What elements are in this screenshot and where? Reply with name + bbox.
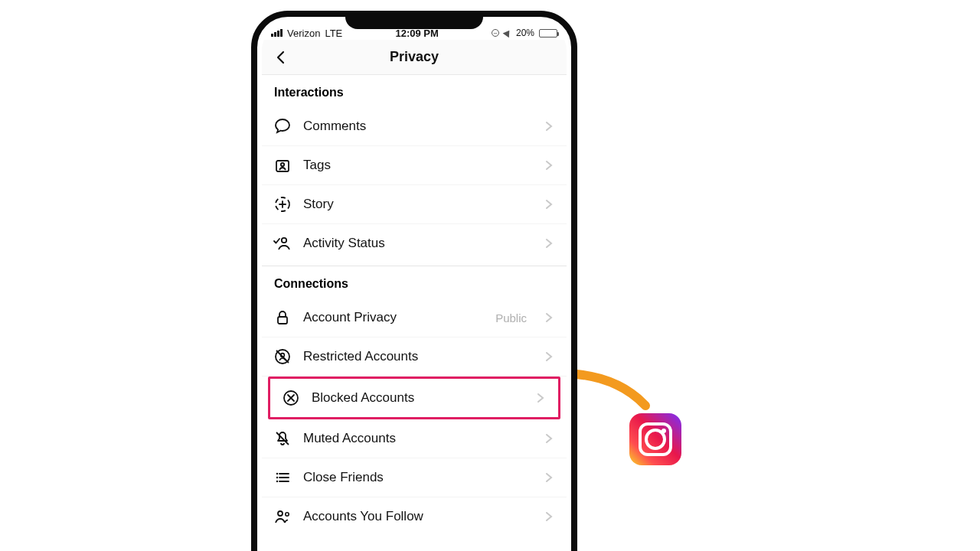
chevron-right-icon bbox=[542, 119, 556, 133]
chevron-right-icon bbox=[542, 471, 556, 484]
row-label: Activity Status bbox=[303, 236, 531, 251]
section-header-connections: Connections bbox=[262, 266, 567, 298]
phone-notch bbox=[345, 17, 483, 29]
row-label: Muted Accounts bbox=[303, 431, 531, 446]
tags-icon bbox=[273, 155, 292, 175]
close-friends-icon bbox=[273, 468, 292, 487]
row-label: Tags bbox=[303, 158, 531, 173]
svg-point-12 bbox=[286, 513, 289, 516]
network-label: LTE bbox=[325, 28, 342, 39]
row-label: Account Privacy bbox=[303, 310, 485, 325]
svg-point-1 bbox=[281, 163, 284, 166]
row-muted-accounts[interactable]: Muted Accounts bbox=[262, 419, 567, 458]
story-icon bbox=[273, 194, 292, 214]
row-label: Restricted Accounts bbox=[303, 349, 531, 364]
chevron-right-icon bbox=[542, 311, 556, 324]
row-accounts-you-follow[interactable]: Accounts You Follow bbox=[262, 497, 567, 536]
lock-icon bbox=[273, 308, 292, 328]
chevron-left-icon bbox=[273, 50, 289, 65]
signal-icon bbox=[271, 29, 283, 37]
back-button[interactable] bbox=[270, 46, 292, 69]
svg-point-10 bbox=[276, 481, 278, 482]
row-value: Public bbox=[495, 311, 527, 324]
row-restricted-accounts[interactable]: Restricted Accounts bbox=[262, 337, 567, 377]
section-interactions: Interactions Comments Ta bbox=[262, 75, 567, 262]
row-tags[interactable]: Tags bbox=[262, 146, 567, 185]
chevron-right-icon bbox=[534, 391, 547, 405]
row-close-friends[interactable]: Close Friends bbox=[262, 458, 567, 497]
svg-point-3 bbox=[282, 238, 286, 243]
row-label: Comments bbox=[303, 119, 531, 134]
chevron-right-icon bbox=[542, 158, 556, 172]
row-label: Close Friends bbox=[303, 470, 531, 485]
row-blocked-accounts[interactable]: Blocked Accounts bbox=[268, 377, 560, 419]
blocked-icon bbox=[281, 388, 301, 408]
svg-point-8 bbox=[276, 473, 278, 474]
row-label: Accounts You Follow bbox=[303, 509, 531, 524]
location-icon bbox=[503, 28, 513, 37]
section-connections: Connections Account Privacy Public bbox=[262, 266, 567, 536]
chevron-right-icon bbox=[542, 510, 556, 523]
nav-bar: Privacy bbox=[262, 40, 567, 75]
restricted-icon bbox=[273, 347, 292, 367]
chevron-right-icon bbox=[542, 197, 556, 211]
muted-icon bbox=[273, 429, 292, 448]
row-activity-status[interactable]: Activity Status bbox=[262, 224, 567, 262]
chevron-right-icon bbox=[542, 350, 556, 364]
instagram-icon bbox=[629, 413, 681, 465]
do-not-disturb-icon: – bbox=[492, 29, 499, 37]
battery-percent-label: 20% bbox=[516, 28, 534, 38]
section-header-interactions: Interactions bbox=[262, 75, 567, 107]
chevron-right-icon bbox=[542, 432, 556, 445]
phone-frame: Verizon LTE 12:09 PM – 20% Privacy Inter… bbox=[251, 11, 577, 551]
row-label: Story bbox=[303, 197, 531, 212]
row-comments[interactable]: Comments bbox=[262, 107, 567, 146]
row-label: Blocked Accounts bbox=[312, 390, 523, 406]
battery-icon bbox=[539, 29, 557, 37]
svg-rect-4 bbox=[278, 317, 287, 324]
comment-icon bbox=[273, 116, 292, 136]
row-story[interactable]: Story bbox=[262, 185, 567, 224]
accounts-follow-icon bbox=[273, 507, 292, 527]
svg-point-9 bbox=[276, 477, 278, 478]
activity-status-icon bbox=[273, 233, 292, 253]
svg-point-11 bbox=[278, 511, 283, 516]
carrier-label: Verizon bbox=[287, 28, 320, 39]
chevron-right-icon bbox=[542, 236, 556, 250]
row-account-privacy[interactable]: Account Privacy Public bbox=[262, 298, 567, 337]
page-title: Privacy bbox=[390, 49, 439, 65]
